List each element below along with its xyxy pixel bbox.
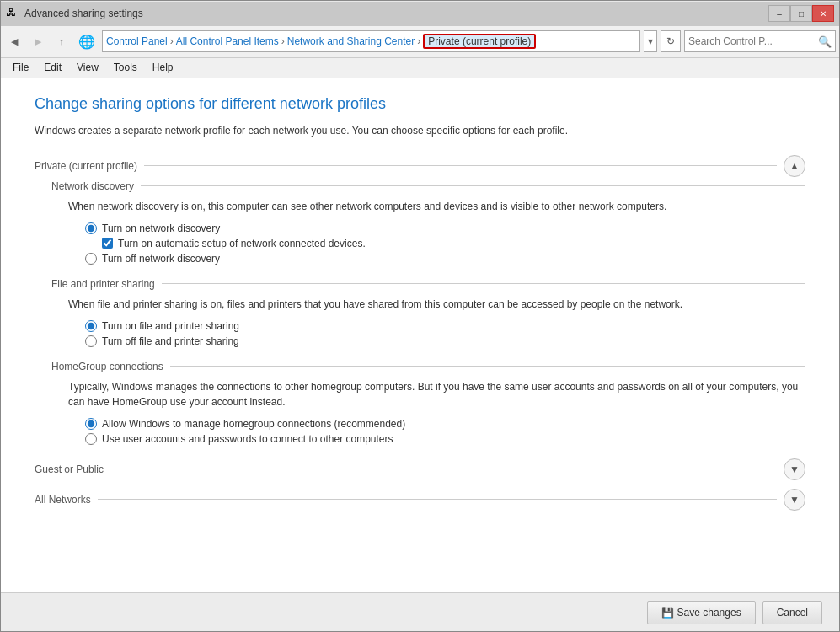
- network-discovery-options: Turn on network discovery Turn on automa…: [85, 222, 805, 265]
- homegroup-connections-desc: Typically, Windows manages the connectio…: [68, 379, 805, 410]
- homegroup-connections-header: HomeGroup connections: [51, 361, 805, 372]
- file-printer-sharing-subsection: File and printer sharing When file and p…: [51, 278, 805, 347]
- forward-button[interactable]: ▶: [28, 31, 48, 51]
- page-title: Change sharing options for different net…: [35, 95, 805, 113]
- back-button[interactable]: ◀: [4, 31, 24, 51]
- breadcrumb-network-sharing[interactable]: Network and Sharing Center: [287, 35, 415, 47]
- turn-off-discovery-radio[interactable]: [85, 253, 97, 265]
- save-changes-button[interactable]: 💾 Save changes: [647, 601, 756, 624]
- network-discovery-line: [141, 185, 805, 186]
- search-icon[interactable]: 🔍: [818, 35, 832, 48]
- file-printer-sharing-header: File and printer sharing: [51, 278, 805, 290]
- file-printer-sharing-desc: When file and printer sharing is on, fil…: [68, 297, 805, 312]
- private-profile-label: Private (current profile): [35, 160, 144, 172]
- homegroup-connections-options: Allow Windows to manage homegroup connec…: [85, 418, 805, 445]
- use-accounts-label: Use user accounts and passwords to conne…: [102, 433, 393, 445]
- turn-on-discovery-option[interactable]: Turn on network discovery: [85, 222, 805, 234]
- network-discovery-subsection: Network discovery When network discovery…: [51, 180, 805, 265]
- use-accounts-radio[interactable]: [85, 433, 97, 445]
- turn-off-sharing-radio[interactable]: [85, 335, 97, 347]
- turn-off-discovery-label: Turn off network discovery: [102, 253, 220, 265]
- title-bar-controls: – □ ✕: [768, 5, 834, 22]
- use-accounts-option[interactable]: Use user accounts and passwords to conne…: [85, 433, 805, 445]
- private-profile-line: [144, 165, 777, 166]
- refresh-button[interactable]: ↻: [661, 30, 681, 52]
- window: 🖧 Advanced sharing settings – □ ✕ ◀ ▶ ↑ …: [0, 0, 840, 632]
- turn-on-discovery-radio[interactable]: [85, 222, 97, 234]
- breadcrumb-all-items[interactable]: All Control Panel Items: [176, 35, 279, 47]
- turn-on-sharing-label: Turn on file and printer sharing: [102, 320, 239, 332]
- cancel-button[interactable]: Cancel: [762, 601, 822, 624]
- auto-setup-label: Turn on automatic setup of network conne…: [118, 238, 366, 249]
- title-bar: 🖧 Advanced sharing settings – □ ✕: [1, 1, 839, 26]
- window-icon: 🖧: [6, 7, 19, 20]
- all-networks-header: All Networks ▼: [35, 489, 805, 511]
- network-discovery-header: Network discovery: [51, 180, 805, 192]
- network-discovery-desc: When network discovery is on, this compu…: [68, 199, 805, 214]
- window-title: Advanced sharing settings: [24, 8, 143, 19]
- all-networks-section: All Networks ▼: [35, 489, 805, 511]
- file-printer-sharing-options: Turn on file and printer sharing Turn of…: [85, 320, 805, 347]
- guest-public-chevron[interactable]: ▼: [784, 458, 805, 480]
- address-bar: ◀ ▶ ↑ 🌐 Control Panel › All Control Pane…: [1, 26, 839, 58]
- save-icon: 💾: [661, 607, 674, 619]
- allow-windows-label: Allow Windows to manage homegroup connec…: [102, 418, 405, 430]
- all-networks-label: All Networks: [35, 494, 98, 506]
- menu-edit[interactable]: Edit: [37, 60, 68, 75]
- close-button[interactable]: ✕: [812, 5, 834, 22]
- homegroup-connections-label: HomeGroup connections: [51, 361, 170, 372]
- all-networks-chevron[interactable]: ▼: [784, 489, 805, 511]
- menu-tools[interactable]: Tools: [107, 60, 144, 75]
- breadcrumb-dropdown[interactable]: ▾: [644, 30, 657, 52]
- menu-view[interactable]: View: [70, 60, 105, 75]
- breadcrumb-advanced-sharing: Private (current profile): [423, 34, 536, 49]
- turn-on-discovery-label: Turn on network discovery: [102, 222, 220, 234]
- menu-bar: File Edit View Tools Help: [1, 58, 839, 78]
- allow-windows-option[interactable]: Allow Windows to manage homegroup connec…: [85, 418, 805, 430]
- file-printer-sharing-line: [162, 283, 805, 284]
- globe-icon: 🌐: [78, 34, 95, 50]
- turn-off-sharing-option[interactable]: Turn off file and printer sharing: [85, 335, 805, 347]
- guest-public-header: Guest or Public ▼: [35, 458, 805, 480]
- turn-on-sharing-radio[interactable]: [85, 320, 97, 332]
- main-content: Change sharing options for different net…: [1, 78, 839, 631]
- search-box: 🔍: [684, 30, 836, 52]
- guest-public-line: [110, 469, 777, 469]
- turn-on-sharing-option[interactable]: Turn on file and printer sharing: [85, 320, 805, 332]
- content-area: Change sharing options for different net…: [1, 78, 839, 592]
- breadcrumb-bar: Control Panel › All Control Panel Items …: [102, 30, 640, 52]
- homegroup-connections-subsection: HomeGroup connections Typically, Windows…: [51, 361, 805, 445]
- save-changes-label: Save changes: [677, 607, 741, 619]
- title-bar-left: 🖧 Advanced sharing settings: [6, 7, 143, 20]
- page-description: Windows creates a separate network profi…: [35, 123, 805, 138]
- restore-button[interactable]: □: [790, 5, 812, 22]
- up-button[interactable]: ↑: [51, 31, 72, 51]
- turn-off-discovery-option[interactable]: Turn off network discovery: [85, 253, 805, 265]
- network-discovery-label: Network discovery: [51, 180, 141, 192]
- menu-file[interactable]: File: [6, 60, 35, 75]
- private-profile-header: Private (current profile) ▲: [35, 155, 805, 177]
- auto-setup-option[interactable]: Turn on automatic setup of network conne…: [102, 238, 805, 249]
- allow-windows-radio[interactable]: [85, 418, 97, 430]
- guest-public-label: Guest or Public: [35, 463, 110, 475]
- private-profile-section: Private (current profile) ▲ Network disc…: [35, 155, 805, 445]
- footer: 💾 Save changes Cancel: [1, 592, 839, 631]
- search-input[interactable]: [688, 35, 815, 47]
- turn-off-sharing-label: Turn off file and printer sharing: [102, 335, 239, 347]
- auto-setup-checkbox[interactable]: [102, 238, 113, 249]
- menu-help[interactable]: Help: [146, 60, 180, 75]
- private-profile-chevron[interactable]: ▲: [784, 155, 805, 177]
- minimize-button[interactable]: –: [768, 5, 790, 22]
- breadcrumb-control-panel[interactable]: Control Panel: [106, 35, 168, 47]
- all-networks-line: [98, 499, 777, 500]
- guest-public-section: Guest or Public ▼: [35, 458, 805, 480]
- homegroup-connections-line: [170, 366, 805, 367]
- file-printer-sharing-label: File and printer sharing: [51, 278, 162, 290]
